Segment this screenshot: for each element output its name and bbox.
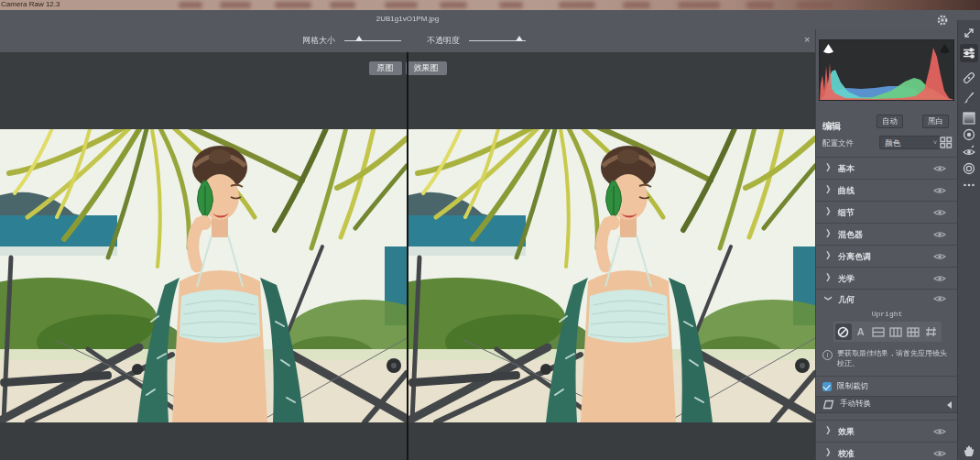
preview-area: 原图 效果图 bbox=[0, 52, 815, 460]
titlebar-blur-item bbox=[499, 2, 523, 8]
chevron-right-icon: ❯ bbox=[825, 273, 831, 282]
chevron-right-icon: ❯ bbox=[825, 447, 831, 456]
opacity-label: 不透明度 bbox=[427, 35, 460, 47]
chevron-down-icon: ❯ bbox=[824, 295, 833, 301]
titlebar-blur-item bbox=[440, 2, 467, 8]
upright-guided-icon[interactable] bbox=[922, 323, 939, 340]
gear-icon[interactable] bbox=[936, 14, 949, 27]
slider-track bbox=[344, 40, 401, 41]
section-basic[interactable]: ❯ 基本 bbox=[816, 157, 958, 179]
chevron-right-icon: ❯ bbox=[825, 229, 831, 238]
section-calibration[interactable]: ❯ 校准 bbox=[816, 442, 958, 460]
section-curve[interactable]: ❯ 曲线 bbox=[816, 179, 958, 201]
eye-icon[interactable] bbox=[933, 164, 946, 173]
eye-icon[interactable] bbox=[933, 252, 946, 261]
edit-tool-icon[interactable] bbox=[960, 44, 978, 62]
chevron-right-icon: ❯ bbox=[825, 163, 831, 172]
constrain-crop-checkbox[interactable]: 限制裁切 bbox=[816, 377, 958, 396]
red-eye-icon[interactable] bbox=[962, 145, 976, 159]
profile-select[interactable]: 颜色 ˅ bbox=[879, 136, 942, 149]
titlebar-blur-item bbox=[746, 2, 774, 8]
titlebar-blur-item bbox=[385, 2, 418, 8]
after-view-button[interactable]: 效果图 bbox=[406, 61, 447, 75]
graduated-filter-icon[interactable] bbox=[962, 111, 976, 126]
hand-tool-icon[interactable] bbox=[962, 444, 976, 458]
info-icon: i bbox=[822, 350, 833, 360]
chevron-right-icon: ❯ bbox=[825, 185, 831, 194]
eye-icon[interactable] bbox=[933, 449, 946, 458]
upright-level-icon[interactable] bbox=[870, 323, 887, 340]
section-split-toning[interactable]: ❯ 分离色调 bbox=[816, 245, 958, 267]
eye-icon[interactable] bbox=[933, 186, 946, 195]
titlebar-blur-item bbox=[559, 2, 595, 8]
shadow-clipping-icon[interactable] bbox=[822, 43, 834, 54]
eye-icon[interactable] bbox=[933, 427, 946, 436]
tool-strip bbox=[957, 20, 980, 460]
profile-label: 配置文件 bbox=[822, 138, 854, 148]
chevron-right-icon: ❯ bbox=[825, 207, 831, 216]
window-title: Camera Raw 12.3 bbox=[1, 0, 60, 8]
filename-label: 2UB1g1vO1PM.jpg bbox=[0, 15, 815, 23]
grid-size-label: 网格大小 bbox=[302, 35, 335, 47]
titlebar-blur-item bbox=[797, 2, 833, 8]
edit-sidebar: 编辑 自动 黑白 配置文件 颜色 ˅ ❯ 基本 bbox=[815, 29, 957, 460]
snapshots-icon[interactable] bbox=[962, 161, 976, 176]
edit-header: 编辑 自动 黑白 bbox=[822, 116, 953, 131]
radial-filter-icon[interactable] bbox=[962, 127, 976, 142]
highlight-clipping-icon[interactable] bbox=[939, 43, 951, 54]
upright-mode-group: A bbox=[833, 322, 942, 342]
titlebar-blur-item bbox=[330, 2, 355, 8]
checkbox-checked-icon[interactable] bbox=[822, 382, 832, 391]
before-image[interactable] bbox=[0, 129, 407, 422]
geometry-panel: Upright A bbox=[816, 307, 958, 420]
toggle-fullscreen-icon[interactable] bbox=[962, 26, 976, 40]
profile-value: 颜色 bbox=[885, 138, 900, 148]
os-titlebar: Camera Raw 12.3 bbox=[0, 0, 980, 10]
section-effects[interactable]: ❯ 效果 bbox=[816, 420, 958, 442]
histogram[interactable] bbox=[819, 39, 954, 101]
upright-off-icon[interactable] bbox=[835, 323, 852, 340]
edit-title: 编辑 bbox=[822, 121, 841, 131]
more-options-icon[interactable] bbox=[962, 178, 976, 192]
titlebar-blur-item bbox=[220, 2, 251, 8]
black-white-button[interactable]: 黑白 bbox=[922, 115, 949, 128]
camera-raw-dialog: 2UB1g1vO1PM.jpg 网格大小 不透明度 × 原图 bbox=[0, 10, 980, 460]
profile-browser-icon[interactable] bbox=[940, 137, 953, 148]
chevron-down-icon: ˅ bbox=[933, 137, 937, 149]
chevron-right-icon: ❯ bbox=[825, 425, 831, 434]
manual-transform-row[interactable]: 手动转换 bbox=[816, 396, 958, 413]
section-list: ❯ 基本 ❯ 曲线 ❯ 细节 ❯ 混色器 ❯ 分离色调 bbox=[816, 157, 958, 460]
after-image[interactable] bbox=[408, 129, 815, 422]
titlebar-blur-item bbox=[275, 2, 311, 8]
slider-thumb[interactable] bbox=[516, 36, 523, 41]
healing-brush-icon[interactable] bbox=[962, 71, 976, 85]
slider-thumb[interactable] bbox=[355, 36, 363, 41]
upright-full-icon[interactable] bbox=[905, 323, 921, 340]
collapse-left-icon[interactable] bbox=[947, 401, 952, 409]
adjustment-brush-icon[interactable] bbox=[962, 91, 976, 105]
opacity-slider[interactable] bbox=[469, 29, 526, 52]
before-view-button[interactable]: 原图 bbox=[369, 61, 402, 75]
section-optics[interactable]: ❯ 光学 bbox=[816, 267, 958, 289]
section-detail[interactable]: ❯ 细节 bbox=[816, 201, 958, 223]
auto-button[interactable]: 自动 bbox=[877, 115, 903, 128]
grid-size-slider[interactable] bbox=[344, 29, 401, 52]
eye-icon[interactable] bbox=[933, 230, 946, 239]
spacer bbox=[816, 413, 958, 420]
eye-icon[interactable] bbox=[933, 294, 946, 303]
section-color-mixer[interactable]: ❯ 混色器 bbox=[816, 223, 958, 245]
profile-row: 配置文件 颜色 ˅ bbox=[822, 138, 953, 154]
geometry-info-text: 要获取最佳结果，请首先应用镜头校正。 bbox=[837, 349, 951, 369]
transform-icon bbox=[822, 400, 834, 410]
titlebar-blur-item bbox=[623, 2, 650, 8]
titlebar-blur-item bbox=[179, 2, 202, 8]
eye-icon[interactable] bbox=[933, 208, 946, 217]
geometry-info: i 要获取最佳结果，请首先应用镜头校正。 bbox=[816, 342, 958, 375]
close-icon[interactable]: × bbox=[802, 32, 811, 47]
dialog-header: 2UB1g1vO1PM.jpg bbox=[0, 10, 980, 29]
section-geometry[interactable]: ❯ 几何 bbox=[816, 289, 958, 307]
upright-auto-icon[interactable]: A bbox=[853, 323, 869, 340]
eye-icon[interactable] bbox=[933, 274, 946, 283]
upright-vertical-icon[interactable] bbox=[887, 323, 904, 340]
upright-label: Upright bbox=[816, 307, 958, 320]
